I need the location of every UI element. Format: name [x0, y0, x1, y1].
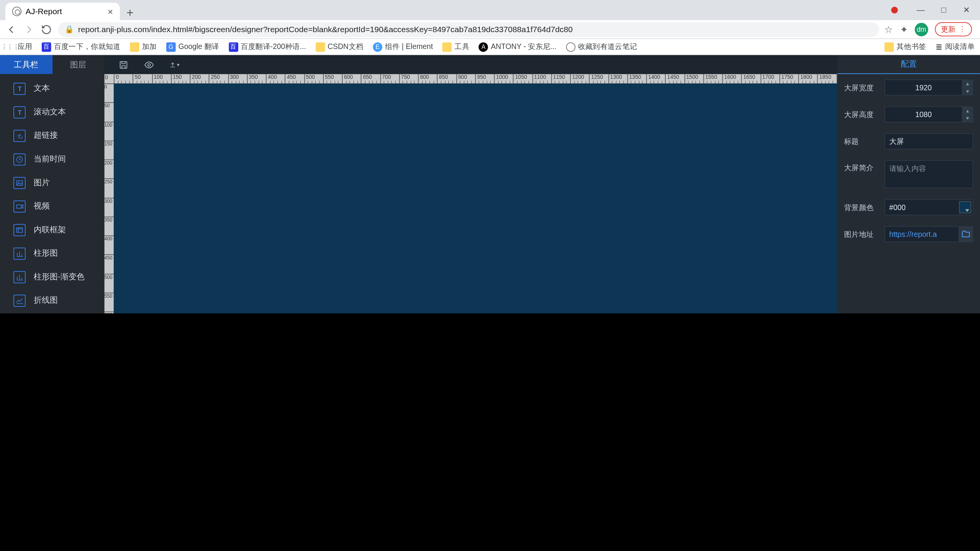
imgurl-label: 图片地址	[844, 229, 884, 239]
minimize-button[interactable]: —	[911, 5, 930, 15]
window-close-button[interactable]: ✕	[957, 5, 976, 15]
widget-clock[interactable]: 当前时间	[0, 147, 105, 171]
bookmark-item[interactable]: E组件 | Element	[373, 42, 433, 52]
desc-textarea[interactable]: 请输入内容	[884, 160, 973, 188]
bookmark-item[interactable]: ⋮⋮⋮应用	[5, 42, 32, 52]
height-input[interactable]: ▲▼	[884, 106, 973, 122]
line-icon	[13, 294, 26, 306]
baidu-icon: 百	[42, 42, 51, 52]
title-label: 标题	[844, 136, 884, 146]
video-icon	[13, 200, 26, 212]
update-button[interactable]: 更新⋮	[935, 22, 972, 36]
ruler-horizontal: 0501001502002503003504004505005506006507…	[114, 74, 837, 83]
elem-icon: E	[373, 42, 382, 52]
height-stepper[interactable]: ▲▼	[963, 106, 973, 122]
bookmark-item[interactable]: 收藏到有道云笔记	[566, 42, 637, 52]
config-panel: 配置 大屏宽度 ▲▼ 大屏高度 ▲▼ 标题	[837, 55, 980, 313]
new-tab-button[interactable]: +	[120, 6, 140, 20]
bar-icon	[13, 271, 26, 283]
url-field[interactable]: 🔒 report.anji-plus.com/index.html#/bigsc…	[58, 22, 879, 37]
svg-text:T: T	[18, 85, 21, 92]
bookmark-item[interactable]: 工具	[443, 42, 469, 52]
imgurl-field[interactable]	[884, 226, 959, 242]
browse-image-button[interactable]	[959, 226, 973, 242]
widget-T[interactable]: T文本	[0, 77, 105, 100]
extensions-icon[interactable]: ✦	[900, 24, 908, 34]
folder-icon	[315, 42, 325, 52]
widget-palette: T文本T滚动文本超链接当前时间图片视频内联框架柱形图柱形图-渐变色折线图柱线图饼…	[0, 74, 105, 313]
widget-T[interactable]: T滚动文本	[0, 100, 105, 124]
T-icon: T	[13, 106, 26, 118]
other-bookmarks[interactable]: 其他书签	[884, 42, 926, 52]
bookmark-item[interactable]: 百百度一下，你就知道	[42, 42, 121, 52]
svg-rect-11	[120, 61, 127, 68]
bookmark-star-icon[interactable]: ☆	[884, 24, 893, 34]
maximize-button[interactable]: □	[934, 5, 953, 15]
svg-rect-6	[16, 227, 22, 232]
width-stepper[interactable]: ▲▼	[963, 79, 973, 95]
folder-icon	[443, 42, 452, 52]
url-text: report.anji-plus.com/index.html#/bigscre…	[78, 24, 573, 34]
widget-video[interactable]: 视频	[0, 194, 105, 218]
canvas-area: ▾ 0 050100150200250300350400450500550600…	[105, 55, 838, 313]
export-icon[interactable]: ▾	[169, 59, 180, 70]
widget-img[interactable]: 图片	[0, 171, 105, 195]
close-icon[interactable]: ×	[108, 6, 113, 17]
link-icon	[13, 129, 26, 142]
bookmark-item[interactable]: AANTONY - 安东尼...	[479, 42, 556, 52]
bookmark-item[interactable]: CSDN文档	[315, 42, 363, 52]
clock-icon	[13, 153, 26, 165]
widget-bar[interactable]: 柱形图-渐变色	[0, 265, 105, 289]
left-sidebar: 工具栏 图层 T文本T滚动文本超链接当前时间图片视频内联框架柱形图柱形图-渐变色…	[0, 55, 105, 313]
img-icon	[13, 177, 26, 189]
T-icon: T	[13, 82, 26, 95]
preview-icon[interactable]	[144, 59, 154, 70]
width-input[interactable]: ▲▼	[884, 79, 973, 95]
forward-button[interactable]	[23, 23, 35, 36]
bookmark-item[interactable]: 百百度翻译-200种语...	[229, 42, 306, 52]
ruler-vertical: 0501001502002503003504004505005506006507…	[105, 83, 114, 313]
sidebar-tab-toolbar[interactable]: 工具栏	[0, 55, 52, 74]
height-label: 大屏高度	[844, 109, 884, 119]
folder-icon	[130, 42, 139, 52]
widget-barline[interactable]: 柱线图	[0, 312, 105, 313]
google-icon: G	[166, 42, 176, 52]
color-picker-swatch[interactable]	[959, 201, 971, 214]
ant-icon: A	[479, 42, 488, 52]
desc-label: 大屏简介	[844, 160, 884, 173]
svg-point-12	[147, 63, 150, 66]
height-field[interactable]	[884, 106, 962, 122]
back-button[interactable]	[5, 23, 18, 36]
recording-icon	[891, 7, 898, 14]
tab-title: AJ-Report	[26, 7, 62, 16]
iframe-icon	[13, 224, 26, 236]
sidebar-tab-layer[interactable]: 图层	[52, 55, 104, 74]
title-field[interactable]	[884, 133, 973, 149]
width-field[interactable]	[884, 79, 962, 95]
bookmarks-bar: ⋮⋮⋮应用百百度一下，你就知道加加GGoogle 翻译百百度翻译-200种语..…	[0, 39, 980, 55]
bookmark-item[interactable]: GGoogle 翻译	[166, 42, 219, 52]
bookmark-item[interactable]: 加加	[130, 42, 157, 52]
window-controls: — □ ✕	[891, 0, 980, 20]
save-icon[interactable]	[118, 59, 129, 70]
reload-button[interactable]	[40, 23, 52, 36]
globe-icon	[566, 42, 575, 52]
lock-icon: 🔒	[65, 25, 74, 34]
bar-icon	[13, 247, 26, 259]
design-canvas[interactable]: ◣	[114, 83, 837, 313]
config-tab[interactable]: 配置	[837, 55, 980, 74]
svg-rect-5	[16, 204, 21, 208]
profile-avatar[interactable]: dm	[915, 23, 928, 36]
apps-icon: ⋮⋮⋮	[5, 42, 15, 52]
widget-iframe[interactable]: 内联框架	[0, 218, 105, 242]
widget-link[interactable]: 超链接	[0, 124, 105, 148]
widget-line[interactable]: 折线图	[0, 289, 105, 312]
globe-icon	[12, 7, 22, 16]
bgcolor-label: 背景颜色	[844, 202, 884, 212]
widget-bar[interactable]: 柱形图	[0, 241, 105, 265]
browser-tabstrip: AJ-Report × + — □ ✕	[0, 0, 980, 20]
collapse-sidebar-button[interactable]: ›	[98, 312, 105, 313]
reading-list[interactable]: ≣阅读清单	[936, 42, 975, 52]
browser-tab-active[interactable]: AJ-Report ×	[5, 3, 120, 20]
browser-address-bar: 🔒 report.anji-plus.com/index.html#/bigsc…	[0, 20, 980, 39]
